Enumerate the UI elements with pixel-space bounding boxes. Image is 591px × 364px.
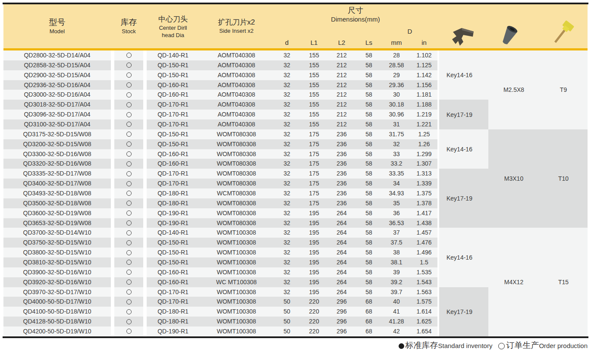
wrench-key-icon (449, 26, 476, 46)
dim-ls-cell: 58 (355, 238, 382, 248)
dim-l1-cell: 175 (300, 188, 328, 198)
key-size-column: Key14-16Key17-19Key14-16Key17-19Key14-16… (439, 50, 488, 336)
dim-mm-cell: 36.53 (382, 218, 411, 228)
column-gutter (111, 218, 114, 228)
dim-l1-cell: 220 (300, 297, 328, 307)
column-gutter (111, 159, 114, 169)
dim-l1-cell: 175 (300, 179, 328, 188)
dim-d-cell: 32 (273, 139, 300, 149)
dim-ls-cell: 58 (355, 129, 382, 139)
dim-in-cell: 1.299 (411, 149, 437, 159)
stock-cell (114, 257, 143, 267)
dim-l1-cell: 155 (300, 60, 328, 70)
dim-d-cell: 32 (273, 100, 300, 110)
dim-in-cell: 1.625 (411, 317, 437, 326)
side-insert-header-en: Side Insert x2 (219, 27, 254, 35)
dim-l2-cell: 264 (328, 218, 355, 228)
dim-mm-cell: 37.5 (382, 238, 411, 248)
order-production-circle-icon (126, 112, 132, 117)
table-row: QD3175-32-5D-D15/W08QD-150-R1WOMT0803083… (3, 129, 437, 139)
dim-d-cell: 32 (273, 198, 300, 208)
dim-in-cell: 1.417 (411, 208, 437, 218)
column-gutter (143, 129, 147, 139)
order-production-circle-icon (126, 329, 132, 334)
dim-in-cell: 1.181 (411, 90, 437, 100)
column-gutter (111, 149, 114, 159)
dim-mm-cell: 38 (382, 248, 411, 257)
column-gutter (111, 169, 114, 179)
column-gutter (143, 257, 147, 267)
dim-ls-cell: 58 (355, 188, 382, 198)
dim-in-cell: 1.496 (411, 248, 437, 257)
dim-l2-cell: 264 (328, 248, 355, 257)
bottom-rule (3, 336, 588, 338)
dim-d-cell: 32 (273, 287, 300, 297)
stock-cell (114, 277, 143, 287)
column-gutter (111, 110, 114, 119)
dim-d-cell: 32 (273, 159, 300, 169)
dim-l2-cell: 264 (328, 287, 355, 297)
key-size-label: Key17-19 (446, 308, 472, 315)
catalog-spec-table-page: 型号 Model 库存 Stock 中心刀头 Center Dirll head… (0, 0, 591, 364)
table-row: QD2800-32-5D-D14/A04QD-140-R1AOMT0403083… (3, 50, 437, 60)
stock-cell (114, 70, 143, 80)
stock-cell (114, 119, 143, 129)
dim-mm-cell: 36 (382, 208, 411, 218)
side-insert-cell: AOMT040308 (199, 119, 273, 129)
model-cell: QD3500-32-5D-D18/W08 (3, 198, 111, 208)
table-header: 型号 Model 库存 Stock 中心刀头 Center Dirll head… (3, 4, 588, 48)
center-head-cell: QD-170-R1 (147, 110, 199, 119)
center-head-cell: QD-140-R1 (147, 50, 199, 60)
dim-d-cell: 32 (273, 218, 300, 228)
order-production-circle-icon (126, 270, 132, 275)
column-gutter (111, 188, 114, 198)
center-head-cell: QD-150-R1 (147, 139, 199, 149)
column-gutter (143, 317, 147, 326)
stock-cell (114, 149, 143, 159)
model-cell: QD3653-32-5D-D19/W08 (3, 218, 111, 228)
center-head-cell: QD-190-R1 (147, 208, 199, 218)
order-production-circle-icon (126, 240, 132, 245)
dim-l1-cell: 220 (300, 326, 328, 336)
dimension-subheaders: d L1 L2 Ls mm in (273, 39, 437, 46)
dim-ls-cell: 58 (355, 80, 382, 90)
table-row: QD3600-32-5D-D19/W08QD-190-R1WOMT0803083… (3, 208, 437, 218)
stock-cell (114, 218, 143, 228)
dim-mm-cell: 29 (382, 70, 411, 80)
table-row: QD2858-32-5D-D15/A04QD-150-R1AOMT0403083… (3, 60, 437, 70)
table-row: QD3700-32-5D-D14/W10QD-140-R1WOMT1003083… (3, 228, 437, 238)
center-head-cell: QD-160-R1 (147, 149, 199, 159)
dim-in-cell: 1.339 (411, 179, 437, 188)
dim-mm-cell: 34.93 (382, 188, 411, 198)
dim-mm-cell: 38.1 (382, 257, 411, 267)
column-gutter (111, 80, 114, 90)
center-head-cell: QD-180-R1 (147, 307, 199, 317)
dim-ls-cell: 58 (355, 100, 382, 110)
column-gutter (111, 238, 114, 248)
column-gutter (143, 50, 147, 60)
column-gutter (143, 100, 147, 110)
side-insert-cell: WCMT080308 (199, 188, 273, 198)
dim-in-cell: 1.219 (411, 110, 437, 119)
column-gutter (143, 307, 147, 317)
dim-d-cell: 32 (273, 257, 300, 267)
stock-cell (114, 139, 143, 149)
dim-ls-cell: 58 (355, 90, 382, 100)
dim-l1-cell: 155 (300, 80, 328, 90)
dim-l2-cell: 212 (328, 110, 355, 119)
open-circle-icon (498, 343, 505, 349)
key-size-label: Key14-16 (446, 146, 472, 153)
stock-cell (114, 307, 143, 317)
stock-cell (114, 287, 143, 297)
center-head-cell: QD-160-R1 (147, 90, 199, 100)
dim-l1-cell: 175 (300, 198, 328, 208)
order-production-circle-icon (126, 260, 132, 265)
column-gutter (111, 90, 114, 100)
dim-in-cell: 1.457 (411, 228, 437, 238)
dim-ls-cell: 58 (355, 169, 382, 179)
dim-d-cell: 32 (273, 188, 300, 198)
column-gutter (143, 139, 147, 149)
side-insert-cell: WOMT080308 (199, 179, 273, 188)
column-gutter (143, 90, 147, 100)
side-insert-cell: WOMT100308 (199, 238, 273, 248)
